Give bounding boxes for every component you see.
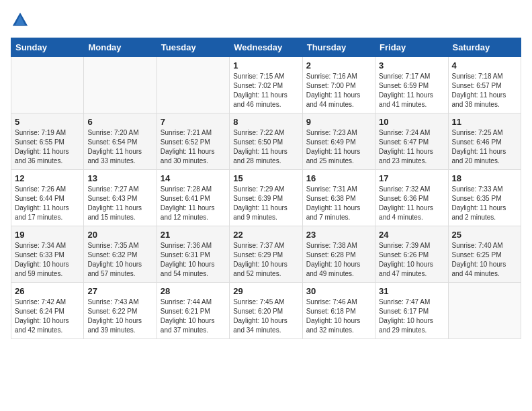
day-info: Sunrise: 7:15 AM Sunset: 7:02 PM Dayligh… <box>233 72 298 109</box>
day-cell-9: 9Sunrise: 7:23 AM Sunset: 6:49 PM Daylig… <box>302 113 375 170</box>
day-info: Sunrise: 7:27 AM Sunset: 6:43 PM Dayligh… <box>87 185 152 222</box>
day-number: 25 <box>452 230 517 240</box>
day-number: 13 <box>87 173 152 183</box>
day-info: Sunrise: 7:19 AM Sunset: 6:55 PM Dayligh… <box>15 128 80 166</box>
day-cell-12: 12Sunrise: 7:26 AM Sunset: 6:44 PM Dayli… <box>11 170 84 226</box>
day-cell-23: 23Sunrise: 7:38 AM Sunset: 6:28 PM Dayli… <box>302 226 375 283</box>
day-number: 24 <box>379 230 444 240</box>
day-number: 14 <box>161 173 226 183</box>
day-cell-27: 27Sunrise: 7:43 AM Sunset: 6:22 PM Dayli… <box>84 283 157 339</box>
day-cell-6: 6Sunrise: 7:20 AM Sunset: 6:54 PM Daylig… <box>84 113 157 170</box>
day-number: 19 <box>15 230 80 240</box>
day-cell-30: 30Sunrise: 7:46 AM Sunset: 6:18 PM Dayli… <box>302 283 375 339</box>
day-info: Sunrise: 7:18 AM Sunset: 6:57 PM Dayligh… <box>452 72 517 109</box>
day-info: Sunrise: 7:21 AM Sunset: 6:52 PM Dayligh… <box>161 128 226 166</box>
day-cell-1: 1Sunrise: 7:15 AM Sunset: 7:02 PM Daylig… <box>230 57 302 113</box>
day-number: 30 <box>306 286 371 296</box>
day-info: Sunrise: 7:31 AM Sunset: 6:38 PM Dayligh… <box>306 185 371 222</box>
day-info: Sunrise: 7:33 AM Sunset: 6:35 PM Dayligh… <box>452 185 517 222</box>
day-number: 27 <box>87 286 152 296</box>
col-header-wednesday: Wednesday <box>230 38 302 57</box>
day-info: Sunrise: 7:23 AM Sunset: 6:49 PM Dayligh… <box>306 128 371 166</box>
day-number: 22 <box>233 230 298 240</box>
day-info: Sunrise: 7:39 AM Sunset: 6:26 PM Dayligh… <box>379 241 444 279</box>
page-header <box>11 11 521 30</box>
day-cell-26: 26Sunrise: 7:42 AM Sunset: 6:24 PM Dayli… <box>11 283 84 339</box>
day-info: Sunrise: 7:28 AM Sunset: 6:41 PM Dayligh… <box>161 185 226 222</box>
week-row-1: 1Sunrise: 7:15 AM Sunset: 7:02 PM Daylig… <box>11 57 521 113</box>
day-cell-28: 28Sunrise: 7:44 AM Sunset: 6:21 PM Dayli… <box>157 283 229 339</box>
day-cell-24: 24Sunrise: 7:39 AM Sunset: 6:26 PM Dayli… <box>375 226 448 283</box>
col-header-tuesday: Tuesday <box>157 38 229 57</box>
day-number: 2 <box>306 60 371 71</box>
day-info: Sunrise: 7:32 AM Sunset: 6:36 PM Dayligh… <box>379 185 444 222</box>
day-cell-31: 31Sunrise: 7:47 AM Sunset: 6:17 PM Dayli… <box>375 283 448 339</box>
day-info: Sunrise: 7:45 AM Sunset: 6:20 PM Dayligh… <box>233 298 298 335</box>
day-cell-5: 5Sunrise: 7:19 AM Sunset: 6:55 PM Daylig… <box>11 113 84 170</box>
empty-cell <box>84 57 157 113</box>
week-row-3: 12Sunrise: 7:26 AM Sunset: 6:44 PM Dayli… <box>11 170 521 226</box>
day-info: Sunrise: 7:36 AM Sunset: 6:31 PM Dayligh… <box>161 241 226 279</box>
day-info: Sunrise: 7:46 AM Sunset: 6:18 PM Dayligh… <box>306 298 371 335</box>
empty-cell <box>11 57 84 113</box>
day-number: 4 <box>452 60 517 71</box>
day-cell-15: 15Sunrise: 7:29 AM Sunset: 6:39 PM Dayli… <box>230 170 302 226</box>
day-number: 6 <box>87 117 152 127</box>
day-info: Sunrise: 7:24 AM Sunset: 6:47 PM Dayligh… <box>379 128 444 166</box>
day-number: 10 <box>379 117 444 127</box>
day-number: 23 <box>306 230 371 240</box>
day-info: Sunrise: 7:42 AM Sunset: 6:24 PM Dayligh… <box>15 298 80 335</box>
day-cell-25: 25Sunrise: 7:40 AM Sunset: 6:25 PM Dayli… <box>448 226 521 283</box>
day-number: 12 <box>15 173 80 183</box>
day-cell-14: 14Sunrise: 7:28 AM Sunset: 6:41 PM Dayli… <box>157 170 229 226</box>
week-row-4: 19Sunrise: 7:34 AM Sunset: 6:33 PM Dayli… <box>11 226 521 283</box>
day-info: Sunrise: 7:44 AM Sunset: 6:21 PM Dayligh… <box>161 298 226 335</box>
day-info: Sunrise: 7:43 AM Sunset: 6:22 PM Dayligh… <box>87 298 152 335</box>
day-info: Sunrise: 7:16 AM Sunset: 7:00 PM Dayligh… <box>306 72 371 109</box>
col-header-monday: Monday <box>84 38 157 57</box>
calendar-header-row: SundayMondayTuesdayWednesdayThursdayFrid… <box>11 38 521 57</box>
calendar-table: SundayMondayTuesdayWednesdayThursdayFrid… <box>11 38 521 339</box>
day-cell-10: 10Sunrise: 7:24 AM Sunset: 6:47 PM Dayli… <box>375 113 448 170</box>
day-number: 28 <box>161 286 226 296</box>
empty-cell <box>448 283 521 339</box>
day-cell-18: 18Sunrise: 7:33 AM Sunset: 6:35 PM Dayli… <box>448 170 521 226</box>
day-number: 20 <box>87 230 152 240</box>
day-number: 9 <box>306 117 371 127</box>
day-number: 16 <box>306 173 371 183</box>
week-row-5: 26Sunrise: 7:42 AM Sunset: 6:24 PM Dayli… <box>11 283 521 339</box>
day-cell-29: 29Sunrise: 7:45 AM Sunset: 6:20 PM Dayli… <box>230 283 302 339</box>
day-number: 26 <box>15 286 80 296</box>
day-info: Sunrise: 7:20 AM Sunset: 6:54 PM Dayligh… <box>87 128 152 166</box>
day-cell-20: 20Sunrise: 7:35 AM Sunset: 6:32 PM Dayli… <box>84 226 157 283</box>
day-number: 1 <box>233 60 298 71</box>
day-info: Sunrise: 7:25 AM Sunset: 6:46 PM Dayligh… <box>452 128 517 166</box>
day-cell-21: 21Sunrise: 7:36 AM Sunset: 6:31 PM Dayli… <box>157 226 229 283</box>
day-cell-8: 8Sunrise: 7:22 AM Sunset: 6:50 PM Daylig… <box>230 113 302 170</box>
day-number: 8 <box>233 117 298 127</box>
logo-icon <box>11 11 30 30</box>
day-number: 7 <box>161 117 226 127</box>
col-header-saturday: Saturday <box>448 38 521 57</box>
day-info: Sunrise: 7:35 AM Sunset: 6:32 PM Dayligh… <box>87 241 152 279</box>
day-cell-3: 3Sunrise: 7:17 AM Sunset: 6:59 PM Daylig… <box>375 57 448 113</box>
col-header-thursday: Thursday <box>302 38 375 57</box>
day-number: 5 <box>15 117 80 127</box>
day-info: Sunrise: 7:26 AM Sunset: 6:44 PM Dayligh… <box>15 185 80 222</box>
logo <box>11 11 32 30</box>
day-cell-7: 7Sunrise: 7:21 AM Sunset: 6:52 PM Daylig… <box>157 113 229 170</box>
day-number: 17 <box>379 173 444 183</box>
day-cell-13: 13Sunrise: 7:27 AM Sunset: 6:43 PM Dayli… <box>84 170 157 226</box>
empty-cell <box>157 57 229 113</box>
day-number: 3 <box>379 60 444 71</box>
day-info: Sunrise: 7:38 AM Sunset: 6:28 PM Dayligh… <box>306 241 371 279</box>
week-row-2: 5Sunrise: 7:19 AM Sunset: 6:55 PM Daylig… <box>11 113 521 170</box>
day-cell-4: 4Sunrise: 7:18 AM Sunset: 6:57 PM Daylig… <box>448 57 521 113</box>
day-info: Sunrise: 7:40 AM Sunset: 6:25 PM Dayligh… <box>452 241 517 279</box>
day-number: 11 <box>452 117 517 127</box>
day-cell-22: 22Sunrise: 7:37 AM Sunset: 6:29 PM Dayli… <box>230 226 302 283</box>
day-number: 18 <box>452 173 517 183</box>
day-number: 31 <box>379 286 444 296</box>
col-header-friday: Friday <box>375 38 448 57</box>
day-number: 15 <box>233 173 298 183</box>
